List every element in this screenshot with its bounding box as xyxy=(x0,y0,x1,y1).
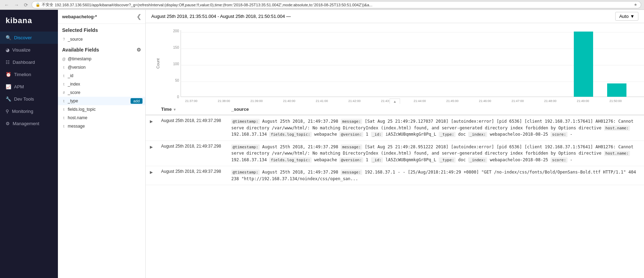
field-name-index: _index xyxy=(68,82,141,87)
svg-text:21:50:00: 21:50:00 xyxy=(609,99,622,103)
row-expand-button[interactable]: ▶ xyxy=(150,170,153,175)
sidebar-item-devtools[interactable]: 🔧 Dev Tools xyxy=(0,93,58,105)
management-icon: ⚙ xyxy=(6,121,10,126)
kibana-logo: kibana xyxy=(0,10,58,32)
svg-text:21:45:00: 21:45:00 xyxy=(446,99,458,103)
chart-area: Count 0 50 100 150 200 xyxy=(146,23,644,104)
source-cell: @timestamp: August 25th 2018, 21:49:37.2… xyxy=(227,141,644,166)
svg-text:21:42:00: 21:42:00 xyxy=(348,99,360,103)
main-content: August 25th 2018, 21:35:51.004 - August … xyxy=(146,10,644,278)
sidebar-item-management[interactable]: ⚙ Management xyxy=(0,117,58,130)
field-score[interactable]: # _score xyxy=(58,88,145,97)
svg-text:21:49:00: 21:49:00 xyxy=(577,99,589,103)
field-type-source: ? xyxy=(62,38,66,41)
collapse-left-button[interactable]: ❮ xyxy=(137,13,141,20)
available-fields-header: Available Fields ⚙ xyxy=(58,43,145,55)
field-log-topic[interactable]: t fields.log_topic xyxy=(58,105,145,114)
field-version[interactable]: t @version xyxy=(58,63,145,72)
auto-interval-dropdown[interactable]: Auto ▼ xyxy=(615,12,638,21)
sidebar-item-visualize-label: Visualize xyxy=(12,47,31,53)
sidebar-item-dashboard-label: Dashboard xyxy=(13,60,35,65)
field-name-type: _type xyxy=(68,99,141,103)
field-host-name[interactable]: t host.name xyxy=(58,114,145,122)
results-table: Time ▼ _source ▶August 25th 2018, 21:49:… xyxy=(146,104,644,185)
time-cell: August 25th 2018, 21:49:37.298 xyxy=(157,115,227,141)
visualize-icon: ◕ xyxy=(6,47,9,53)
row-expand-button[interactable]: ▶ xyxy=(150,119,153,124)
svg-text:150: 150 xyxy=(173,46,179,49)
add-field-button[interactable]: add xyxy=(131,98,142,104)
sidebar-item-apm-label: APM xyxy=(14,84,24,89)
field-type-log-topic: t xyxy=(62,108,66,111)
field-type[interactable]: t _type add xyxy=(58,97,145,105)
forward-button[interactable]: → xyxy=(13,2,20,8)
field-name-version: @version xyxy=(68,65,141,70)
field-type-version: t xyxy=(62,66,66,69)
field-name-source: _source xyxy=(68,37,141,42)
selected-field-source[interactable]: ? _source xyxy=(58,35,145,43)
source-column-header: _source xyxy=(227,104,644,115)
table-row: ▶August 25th 2018, 21:49:37.298@timestam… xyxy=(146,166,644,185)
svg-text:21:38:00: 21:38:00 xyxy=(218,99,230,103)
field-index[interactable]: t _index xyxy=(58,80,145,88)
sidebar-item-timelion-label: Timelion xyxy=(14,72,31,77)
field-timestamp[interactable]: @ @timestamp xyxy=(58,55,145,63)
monitoring-icon: ⚲ xyxy=(6,109,9,114)
results-area[interactable]: Time ▼ _source ▶August 25th 2018, 21:49:… xyxy=(146,104,644,278)
svg-text:200: 200 xyxy=(173,29,179,33)
svg-text:21:46:00: 21:46:00 xyxy=(479,99,491,103)
svg-text:0: 0 xyxy=(177,95,179,99)
timelion-icon: ⏰ xyxy=(6,72,11,77)
histogram-bar-large xyxy=(574,32,593,97)
source-cell: @timestamp: August 25th 2018, 21:49:37.2… xyxy=(227,115,644,141)
url-bar[interactable]: 🔒 不安全 192.168.37.136:5601/app/kibana#/di… xyxy=(32,1,641,8)
apm-icon: 📈 xyxy=(6,84,11,89)
svg-text:100: 100 xyxy=(173,62,179,66)
sidebar-item-management-label: Management xyxy=(13,121,39,126)
field-name-id: _id xyxy=(68,73,141,78)
sidebar-item-discover[interactable]: 🔍 Discover xyxy=(0,32,58,44)
sidebar-item-monitoring[interactable]: ⚲ Monitoring xyxy=(0,105,58,117)
source-cell: @timestamp: August 25th 2018, 21:49:37.2… xyxy=(227,166,644,185)
field-type-id: t xyxy=(62,74,66,78)
sidebar-item-apm[interactable]: 📈 APM xyxy=(0,81,58,93)
source-header-label: _source xyxy=(231,107,249,112)
field-id[interactable]: t _id xyxy=(58,72,145,80)
bookmark-icon[interactable]: ★ xyxy=(634,2,637,7)
refresh-button[interactable]: ⟳ xyxy=(22,2,29,8)
expand-column-header xyxy=(146,104,157,115)
field-name-score: _score xyxy=(68,90,141,95)
field-name-timestamp: @timestamp xyxy=(68,56,141,61)
histogram-chart: 0 50 100 150 200 21:37:00 21:38:00 21:39… xyxy=(167,27,637,104)
time-header-label: Time xyxy=(161,107,172,112)
field-type-score: # xyxy=(62,91,66,95)
time-column-header[interactable]: Time ▼ xyxy=(157,104,227,115)
sidebar: kibana 🔍 Discover ◕ Visualize ☷ Dashboar… xyxy=(0,10,58,278)
time-sort-icon: ▼ xyxy=(173,108,177,111)
field-name-message: message xyxy=(68,124,141,129)
sidebar-item-visualize[interactable]: ◕ Visualize xyxy=(0,44,58,56)
security-icon: 🔒 xyxy=(35,2,40,7)
sidebar-item-monitoring-label: Monitoring xyxy=(12,109,33,114)
dashboard-icon: ☷ xyxy=(6,60,10,65)
back-button[interactable]: ← xyxy=(3,2,11,8)
svg-text:21:41:00: 21:41:00 xyxy=(316,99,328,103)
devtools-icon: 🔧 xyxy=(6,96,11,102)
field-type-message: t xyxy=(62,124,66,128)
chart-collapse-button[interactable]: ▲ xyxy=(390,99,400,104)
table-row: ▶August 25th 2018, 21:49:37.298@timestam… xyxy=(146,115,644,141)
field-type-type: t xyxy=(62,99,66,103)
sidebar-item-devtools-label: Dev Tools xyxy=(14,96,34,102)
sidebar-item-dashboard[interactable]: ☷ Dashboard xyxy=(0,56,58,68)
field-type-host-name: t xyxy=(62,116,66,120)
field-message[interactable]: t message xyxy=(58,122,145,130)
sidebar-item-timelion[interactable]: ⏰ Timelion xyxy=(0,68,58,81)
time-range-display: August 25th 2018, 21:35:51.004 - August … xyxy=(151,14,291,19)
url-text: 192.168.37.136:5601/app/kibana#/discover… xyxy=(55,3,372,7)
svg-text:21:48:00: 21:48:00 xyxy=(544,99,556,103)
field-name-host-name: host.name xyxy=(68,115,141,120)
fields-settings-icon[interactable]: ⚙ xyxy=(137,47,141,53)
dropdown-arrow-icon: ▼ xyxy=(630,14,635,19)
row-expand-button[interactable]: ▶ xyxy=(150,145,153,149)
svg-text:50: 50 xyxy=(175,79,179,82)
